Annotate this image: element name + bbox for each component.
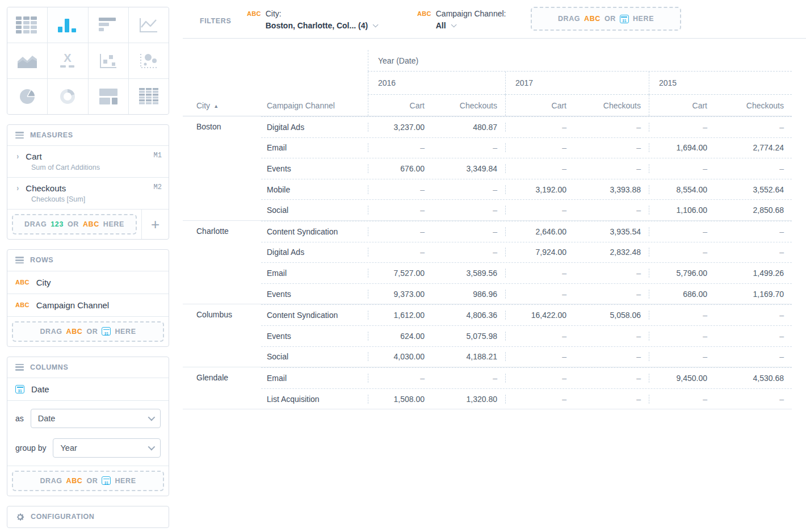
measure-item-cart[interactable]: › Cart M1 Sum of Cart Additions	[7, 146, 169, 178]
chevron-right-icon[interactable]: ›	[16, 184, 18, 194]
value-cell[interactable]: –	[715, 352, 792, 361]
value-cell[interactable]: 686.00	[649, 290, 715, 299]
value-cell[interactable]: 4,030.00	[368, 352, 433, 361]
channel-cell[interactable]: Digital Ads	[261, 123, 368, 132]
channel-cell[interactable]: Mobile	[261, 185, 368, 194]
row-field-campaign-channel[interactable]: ABC Campaign Channel	[7, 294, 169, 317]
value-cell[interactable]: –	[649, 248, 715, 257]
value-cell[interactable]: 4,530.68	[715, 374, 792, 383]
value-cell[interactable]: –	[574, 143, 649, 152]
columns-panel-header[interactable]: COLUMNS	[7, 357, 169, 378]
value-cell[interactable]: 1,694.00	[649, 143, 715, 152]
value-cell[interactable]: –	[505, 374, 574, 383]
channel-cell[interactable]: Social	[261, 206, 368, 215]
chart-type-table[interactable]	[7, 7, 47, 43]
value-cell[interactable]: 3,935.54	[574, 227, 649, 236]
checkouts-column-header[interactable]: Checkouts	[715, 95, 792, 116]
value-cell[interactable]: –	[433, 206, 505, 215]
value-cell[interactable]: –	[649, 123, 715, 132]
value-cell[interactable]: –	[433, 185, 505, 194]
chart-type-donut-chart[interactable]	[48, 79, 87, 114]
cart-column-header[interactable]: Cart	[649, 95, 715, 116]
filter-city[interactable]: ABC City: Boston, Charlotte, Col... (4)	[247, 9, 376, 30]
channel-cell[interactable]: Digital Ads	[261, 248, 368, 257]
chart-type-scatter-plot[interactable]	[89, 43, 128, 78]
value-cell[interactable]: 5,796.00	[649, 269, 715, 278]
value-cell[interactable]: 1,612.00	[368, 311, 433, 320]
rows-panel-header[interactable]: ROWS	[7, 250, 169, 271]
value-cell[interactable]: –	[574, 374, 649, 383]
channel-cell[interactable]: Email	[261, 374, 368, 383]
value-cell[interactable]: –	[574, 332, 649, 341]
value-cell[interactable]: 9,373.00	[368, 290, 433, 299]
columns-field-date[interactable]: Date	[7, 378, 169, 401]
measures-drop-zone[interactable]: DRAG123ORABCHERE	[12, 214, 137, 234]
channel-cell[interactable]: Email	[261, 143, 368, 152]
filter-campaign-channel[interactable]: ABC Campaign Channel: All	[417, 9, 506, 30]
measures-panel-header[interactable]: MEASURES	[7, 125, 169, 146]
configuration-header[interactable]: CONFIGURATION	[7, 506, 169, 527]
channel-cell[interactable]: Content Syndication	[261, 311, 368, 320]
value-cell[interactable]: –	[505, 164, 574, 173]
value-cell[interactable]: 8,554.00	[649, 185, 715, 194]
chart-type-horizontal-bar-chart[interactable]	[89, 7, 128, 43]
value-cell[interactable]: –	[505, 352, 574, 361]
value-cell[interactable]: 7,924.00	[505, 248, 574, 257]
city-column-header[interactable]: City▲	[183, 95, 261, 116]
chevron-right-icon[interactable]: ›	[16, 152, 18, 162]
checkouts-column-header[interactable]: Checkouts	[574, 95, 649, 116]
filters-drop-zone[interactable]: DRAGABCORHERE	[531, 7, 681, 31]
value-cell[interactable]: –	[505, 395, 574, 404]
city-label[interactable]: Glendale	[196, 373, 228, 382]
channel-cell[interactable]: Events	[261, 290, 368, 299]
value-cell[interactable]: –	[649, 311, 715, 320]
value-cell[interactable]: 2,774.24	[715, 143, 792, 152]
value-cell[interactable]: 3,589.56	[433, 269, 505, 278]
value-cell[interactable]: 2,832.48	[574, 248, 649, 257]
value-cell[interactable]: 7,527.00	[368, 269, 433, 278]
value-cell[interactable]: 1,508.00	[368, 395, 433, 404]
city-label[interactable]: Columbus	[196, 310, 232, 319]
value-cell[interactable]: –	[368, 206, 433, 215]
chart-type-x-bars[interactable]: X	[48, 43, 87, 78]
add-measure-button[interactable]: +	[141, 210, 169, 239]
value-cell[interactable]: 3,192.00	[505, 185, 574, 194]
value-cell[interactable]: 9,450.00	[649, 374, 715, 383]
value-cell[interactable]: –	[574, 164, 649, 173]
value-cell[interactable]: –	[574, 123, 649, 132]
chart-type-pivot-table[interactable]	[129, 79, 169, 114]
year-header-2017[interactable]: 2017	[505, 72, 649, 95]
campaign-channel-column-header[interactable]: Campaign Channel	[261, 95, 368, 116]
value-cell[interactable]: –	[505, 332, 574, 341]
value-cell[interactable]: –	[574, 206, 649, 215]
city-label[interactable]: Boston	[196, 122, 221, 131]
value-cell[interactable]: –	[715, 395, 792, 404]
value-cell[interactable]: –	[505, 123, 574, 132]
value-cell[interactable]: –	[715, 227, 792, 236]
value-cell[interactable]: –	[574, 395, 649, 404]
value-cell[interactable]: 3,393.88	[574, 185, 649, 194]
value-cell[interactable]: –	[574, 269, 649, 278]
value-cell[interactable]: –	[715, 123, 792, 132]
value-cell[interactable]: 2,850.68	[715, 206, 792, 215]
value-cell[interactable]: 5,075.98	[433, 332, 505, 341]
value-cell[interactable]: 1,169.70	[715, 290, 792, 299]
value-cell[interactable]: –	[505, 290, 574, 299]
value-cell[interactable]: 624.00	[368, 332, 433, 341]
value-cell[interactable]: –	[715, 248, 792, 257]
value-cell[interactable]: 1,499.26	[715, 269, 792, 278]
value-cell[interactable]: –	[649, 352, 715, 361]
channel-cell[interactable]: Events	[261, 332, 368, 341]
value-cell[interactable]: 986.96	[433, 290, 505, 299]
value-cell[interactable]: –	[433, 143, 505, 152]
value-cell[interactable]: 1,106.00	[649, 206, 715, 215]
cart-column-header[interactable]: Cart	[505, 95, 574, 116]
chart-type-treemap[interactable]	[89, 79, 128, 114]
value-cell[interactable]: –	[505, 269, 574, 278]
value-cell[interactable]: 480.87	[433, 123, 505, 132]
value-cell[interactable]: –	[649, 395, 715, 404]
value-cell[interactable]: –	[368, 248, 433, 257]
chart-type-bar-chart[interactable]	[48, 7, 87, 43]
value-cell[interactable]: –	[433, 227, 505, 236]
value-cell[interactable]: –	[505, 143, 574, 152]
